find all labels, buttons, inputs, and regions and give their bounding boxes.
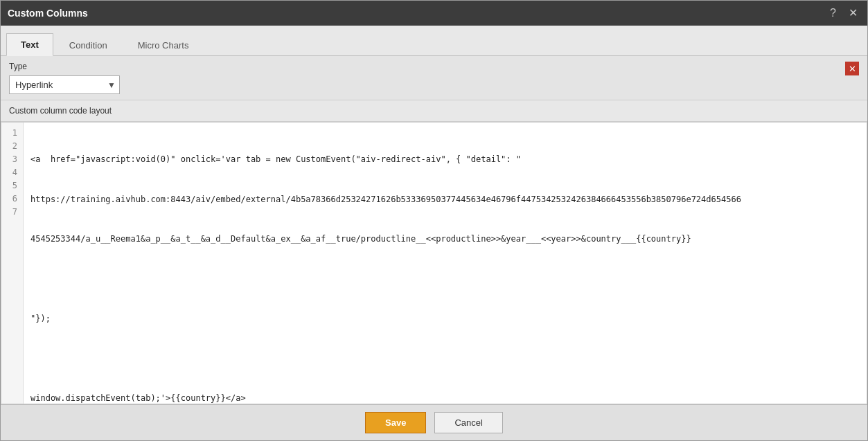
clear-type-button[interactable]: ✕ xyxy=(845,62,859,75)
code-line-5: "}); xyxy=(30,312,860,325)
line-num-2: 2 xyxy=(7,140,17,153)
line-num-6: 6 xyxy=(7,192,17,206)
type-label: Type xyxy=(9,62,859,71)
code-line-6 xyxy=(30,352,860,365)
cancel-button[interactable]: Cancel xyxy=(434,412,502,433)
content-area: Type Hyperlink Text Button Image ▼ ✕ Cus… xyxy=(1,56,867,404)
custom-columns-dialog: Custom Columns ? ✕ Text Condition Micro … xyxy=(0,0,868,441)
type-select-wrapper: Hyperlink Text Button Image ▼ xyxy=(9,75,120,94)
dialog-title: Custom Columns xyxy=(8,8,88,19)
code-line-4 xyxy=(30,273,860,286)
save-button[interactable]: Save xyxy=(365,412,426,433)
line-numbers: 1 2 3 4 5 6 7 xyxy=(1,123,24,404)
title-bar-actions: ? ✕ xyxy=(827,6,860,20)
code-editor[interactable]: 1 2 3 4 5 6 7 <a href="javascript:void(0… xyxy=(1,122,867,404)
line-num-7: 7 xyxy=(7,206,17,219)
code-content[interactable]: <a href="javascript:void(0)" onclick='va… xyxy=(24,123,867,404)
code-section: Custom column code layout 1 2 3 4 5 6 7 … xyxy=(1,100,867,404)
footer: Save Cancel xyxy=(1,404,867,440)
title-bar: Custom Columns ? ✕ xyxy=(1,1,867,26)
line-num-5: 5 xyxy=(7,179,17,192)
code-line-7: window.dispatchEvent(tab);'>{{country}}<… xyxy=(30,392,860,404)
tab-micro-charts[interactable]: Micro Charts xyxy=(123,34,204,56)
code-line-3: 4545253344/a_u__Reema1&a_p__&a_t__&a_d__… xyxy=(30,233,860,246)
close-button[interactable]: ✕ xyxy=(846,6,860,20)
line-num-3: 3 xyxy=(7,153,17,166)
type-section: Type Hyperlink Text Button Image ▼ ✕ xyxy=(1,56,867,100)
help-button[interactable]: ? xyxy=(827,6,839,20)
title-bar-left: Custom Columns xyxy=(8,8,88,19)
line-num-4: 4 xyxy=(7,166,17,179)
code-line-1: <a href="javascript:void(0)" onclick='va… xyxy=(30,153,860,166)
tab-text[interactable]: Text xyxy=(6,33,53,56)
code-header: Custom column code layout xyxy=(1,100,867,122)
tabs-bar: Text Condition Micro Charts xyxy=(1,26,867,56)
type-select[interactable]: Hyperlink Text Button Image xyxy=(9,75,120,94)
line-num-1: 1 xyxy=(7,127,17,140)
code-line-2: https://training.aivhub.com:8443/aiv/emb… xyxy=(30,193,860,206)
type-row: Hyperlink Text Button Image ▼ xyxy=(9,75,859,94)
tab-condition[interactable]: Condition xyxy=(55,34,122,56)
